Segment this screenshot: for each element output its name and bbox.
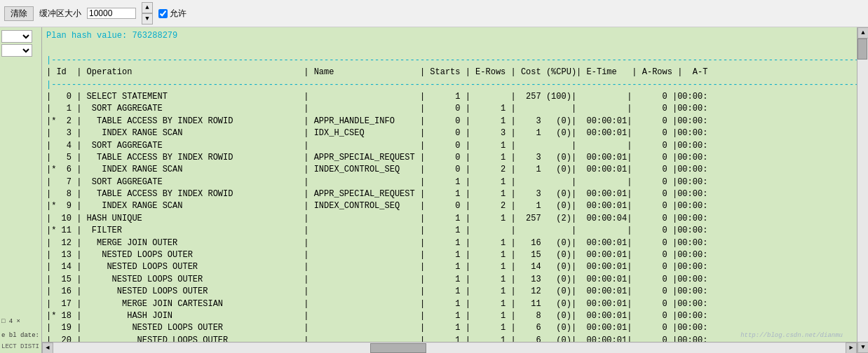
scroll-down-arrow[interactable]: ▼ [857, 342, 868, 353]
left-panel-text2: e bl date: [1, 332, 39, 339]
left-panel-text1: □ 4 × [1, 318, 20, 325]
v-scroll-track[interactable] [857, 39, 868, 342]
scroll-right-arrow[interactable]: ► [846, 342, 857, 354]
h-scroll-thumb[interactable] [370, 343, 426, 353]
clear-button[interactable]: 清除 [4, 6, 34, 21]
spinner-down[interactable]: ▼ [142, 13, 153, 25]
content-area: Plan hash value: 763288279 |------------… [42, 27, 857, 353]
allow-checkbox[interactable] [158, 9, 168, 18]
buffer-label: 缓冲区大小 [39, 8, 81, 20]
left-panel: □ 4 × e bl date: LECT DISTI [0, 27, 42, 353]
scroll-left-arrow[interactable]: ◄ [42, 342, 53, 354]
scroll-up-arrow[interactable]: ▲ [857, 27, 868, 39]
buffer-input[interactable] [87, 8, 136, 19]
allow-label: 允许 [170, 8, 187, 20]
plan-output[interactable]: Plan hash value: 763288279 |------------… [42, 27, 857, 342]
vertical-scrollbar[interactable]: ▲ ▼ [857, 27, 868, 353]
v-scroll-thumb[interactable] [857, 39, 867, 60]
left-combo-2[interactable] [1, 44, 32, 57]
main-area: □ 4 × e bl date: LECT DISTI Plan hash va… [0, 27, 868, 353]
h-scroll-track[interactable] [53, 343, 846, 353]
left-combo-1[interactable] [1, 30, 32, 43]
horizontal-scrollbar[interactable]: ◄ ► [42, 342, 857, 353]
top-bar: 清除 缓冲区大小 ▲ ▼ 允许 [0, 0, 868, 27]
spinner-up[interactable]: ▲ [142, 2, 153, 13]
watermark: http://blog.csdn.net/dianmu [740, 332, 843, 339]
left-panel-text3: LECT DISTI [1, 343, 39, 350]
